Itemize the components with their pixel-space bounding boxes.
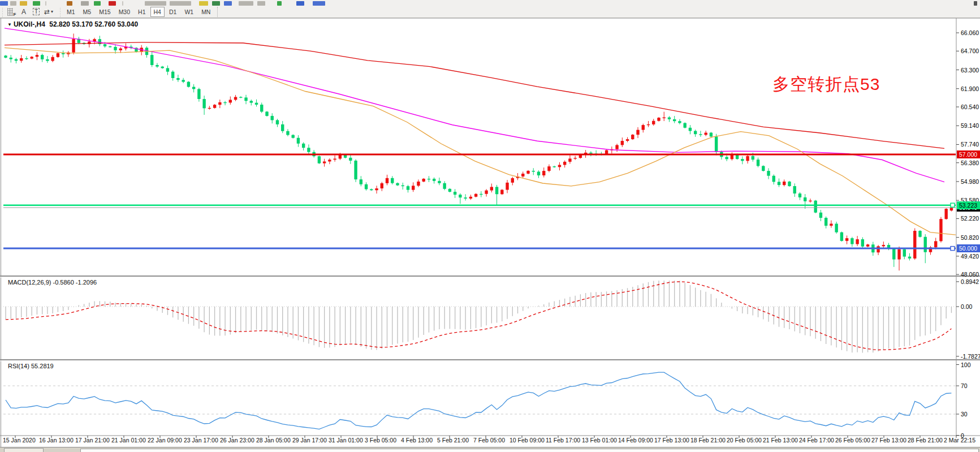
rsi-line	[6, 372, 951, 429]
candle	[407, 186, 409, 190]
rsi-tick-label: 100	[961, 361, 971, 368]
date-label: 28 Jan 05:00	[256, 437, 291, 444]
price-tick-label: 56.380	[961, 160, 979, 166]
date-label: 21 Feb 13:00	[763, 437, 798, 444]
candle	[699, 134, 702, 135]
candle	[793, 186, 796, 193]
date-label: 31 Jan 01:00	[329, 437, 363, 444]
candle	[197, 89, 200, 99]
candle	[166, 68, 169, 71]
symbol-timeframe: UKOil-,H4	[14, 20, 45, 28]
rsi-tick-label: 30	[961, 411, 968, 417]
chart-tab[interactable]	[4, 448, 44, 452]
candle	[72, 39, 75, 53]
candle	[563, 162, 566, 165]
candle	[934, 241, 937, 247]
candle	[176, 78, 179, 80]
candle	[950, 208, 953, 210]
candle	[694, 131, 697, 134]
candle	[454, 192, 456, 195]
date-label: 23 Jan 17:00	[184, 437, 218, 444]
candle	[402, 186, 404, 187]
symbol-dropdown-icon[interactable]: ▼	[7, 22, 12, 27]
candle	[281, 124, 284, 131]
candle	[506, 183, 508, 190]
candle	[4, 55, 7, 58]
candle	[495, 187, 498, 194]
candle	[192, 87, 195, 89]
candle	[46, 59, 49, 61]
candle	[328, 160, 331, 161]
date-label: 26 Feb 05:00	[835, 437, 870, 444]
candle	[647, 124, 650, 125]
macd-tick-label: 0.00	[961, 303, 972, 310]
date-label: 10 Feb 09:00	[510, 437, 545, 444]
candle	[892, 249, 895, 260]
candle	[239, 97, 242, 97]
candle	[908, 257, 911, 259]
candle	[208, 108, 211, 109]
candle	[553, 166, 556, 167]
candle	[171, 72, 174, 78]
candle	[375, 188, 378, 190]
candle	[856, 239, 858, 244]
candle	[396, 183, 399, 186]
candle	[428, 179, 430, 179]
candle	[757, 160, 759, 166]
candle	[840, 233, 843, 241]
candle	[715, 136, 718, 152]
date-label: 5 Feb 21:00	[437, 437, 469, 444]
candle	[568, 158, 571, 162]
macd-indicator-label: MACD(12,26,9) -0.5860 -1.2096	[8, 279, 97, 286]
candle	[678, 121, 681, 123]
candle	[783, 182, 785, 185]
candle	[20, 58, 23, 61]
price-tick-label: 50.820	[961, 234, 979, 241]
hline-handle[interactable]	[951, 203, 955, 207]
candle	[448, 189, 451, 192]
macd-tick-label: -1.7827	[961, 353, 980, 360]
candle	[31, 57, 33, 58]
date-label: 13 Feb 01:00	[582, 437, 617, 444]
candle	[945, 209, 948, 219]
candle	[480, 194, 482, 195]
candle	[511, 178, 514, 183]
candle	[412, 186, 415, 190]
candle	[835, 223, 837, 232]
candle	[939, 219, 942, 241]
candle	[276, 120, 279, 124]
candle	[918, 231, 921, 237]
candle	[433, 179, 435, 181]
candle	[464, 197, 467, 199]
candle	[652, 121, 655, 124]
price-tick-label: 49.420	[961, 253, 979, 260]
candle	[323, 161, 326, 163]
chart-tab-panel[interactable]	[80, 449, 979, 452]
candle	[788, 182, 791, 186]
candle	[156, 65, 158, 67]
price-tick-label: 59.140	[961, 122, 979, 129]
text-annotation[interactable]: 多空转折点53	[772, 73, 880, 96]
candle	[302, 144, 305, 148]
candle	[746, 156, 749, 161]
rsi-indicator-label: RSI(14) 55.2819	[8, 363, 54, 369]
macd-tick-label: 0.8942	[961, 278, 979, 285]
candle	[767, 171, 770, 176]
candle	[741, 159, 744, 161]
candle	[526, 171, 529, 174]
candle	[202, 99, 205, 108]
candle	[547, 166, 550, 171]
candle	[532, 171, 535, 172]
date-label: 15 Jan 2020	[3, 437, 36, 444]
date-label: 4 Feb 13:00	[401, 437, 433, 444]
candle	[360, 179, 362, 184]
candle	[668, 118, 671, 119]
chart-title: ▼UKOil-,H4 52.820 53.170 52.760 53.040	[7, 20, 138, 28]
chart-canvas[interactable]	[0, 0, 980, 452]
candle	[866, 244, 869, 247]
candle	[234, 97, 237, 100]
date-label: 28 Feb 21:00	[908, 437, 943, 444]
hline-handle[interactable]	[951, 247, 955, 251]
macd-panel	[3, 281, 956, 353]
candle	[615, 145, 618, 149]
